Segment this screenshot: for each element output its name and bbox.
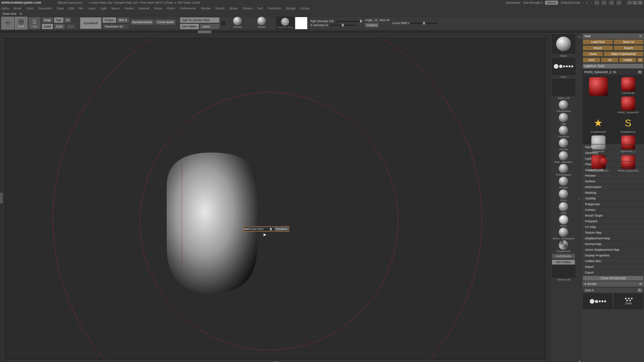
clone-all-subtools-button[interactable]: Clone All SubTools bbox=[583, 276, 644, 281]
brush-claybuildup[interactable]: ClayBuildup bbox=[552, 100, 575, 113]
menu-stencil[interactable]: Stencil bbox=[215, 7, 224, 10]
r-toggle[interactable]: R bbox=[638, 70, 642, 74]
goz-visible-button[interactable]: Visible bbox=[619, 57, 637, 63]
menu-material[interactable]: Material bbox=[139, 7, 149, 10]
gutter-handle-icon[interactable]: ▪ bbox=[579, 197, 580, 200]
section-polygroups[interactable]: Polygroups bbox=[582, 201, 644, 207]
menu-picker[interactable]: Picker bbox=[167, 7, 175, 10]
titlebar-icon-3[interactable] bbox=[609, 1, 614, 5]
backfacemask-button[interactable]: BackfaceMask bbox=[130, 19, 155, 25]
current-brush-slot[interactable] bbox=[552, 34, 575, 54]
left-tray-handle[interactable] bbox=[0, 193, 3, 203]
section-texture-map[interactable]: Texture Map bbox=[582, 230, 644, 235]
stroke-refresh-icon[interactable]: ⟳ bbox=[639, 282, 642, 286]
stroke-thumb-1[interactable] bbox=[583, 293, 612, 309]
menu-zplugin[interactable]: Zplugin bbox=[286, 7, 296, 10]
viewport[interactable]: 634 Draw Size Dynamic ➤ bbox=[5, 38, 545, 360]
menu-macro[interactable]: Macro bbox=[111, 7, 120, 10]
export-button[interactable]: Export bbox=[613, 45, 644, 51]
menu-color[interactable]: Color bbox=[26, 7, 34, 10]
section-geometry[interactable]: Geometry bbox=[582, 150, 644, 156]
menu-marker[interactable]: Marker bbox=[124, 7, 134, 10]
sculpt-mode-icon[interactable] bbox=[1, 17, 14, 29]
dynamesh-button[interactable]: DynaMesh bbox=[80, 17, 102, 29]
brush-clay[interactable]: Clay bbox=[552, 113, 575, 125]
texture-slot[interactable] bbox=[552, 265, 575, 278]
titlebar-icon-1[interactable] bbox=[594, 1, 599, 5]
gravity-sphere[interactable]: Gravity bbox=[231, 17, 244, 29]
section-visibility[interactable]: Visibility bbox=[582, 195, 644, 201]
titlebar-icon-4[interactable] bbox=[616, 1, 621, 5]
close-icon[interactable]: ✕ bbox=[638, 1, 643, 5]
del-hidden-button[interactable]: Del Hidden bbox=[180, 23, 200, 29]
pager-left-icon[interactable]: ‹ bbox=[583, 1, 584, 4]
delhidden-button-side[interactable]: Del Hidden bbox=[552, 259, 575, 265]
goz-r-button[interactable]: R bbox=[637, 57, 644, 63]
stroke-thumb-2[interactable]: Dots bbox=[614, 293, 643, 309]
split-similar-button[interactable]: Split To Similar Parts bbox=[180, 17, 220, 23]
elastic-sphere[interactable]: Elastic bbox=[255, 17, 268, 29]
zadd-button[interactable]: Zadd bbox=[42, 23, 53, 29]
section-export[interactable]: Export bbox=[582, 269, 644, 275]
load-tool-button[interactable]: Load Tool bbox=[583, 39, 613, 45]
brush-move_topological[interactable]: Move_Topological bbox=[552, 228, 575, 240]
menu-file[interactable]: File bbox=[78, 7, 84, 10]
blur-button[interactable]: Blur 8 bbox=[117, 17, 129, 23]
brush-dam_standard[interactable]: Dam_Standard bbox=[552, 151, 575, 164]
menu-edit[interactable]: Edit bbox=[68, 7, 74, 10]
resolution-slider[interactable]: Resolution 64 bbox=[102, 23, 129, 29]
section-unified-skin[interactable]: Unified Skin bbox=[582, 258, 644, 264]
stroke-dots-slot[interactable] bbox=[552, 58, 575, 75]
focal-shift-slider[interactable] bbox=[411, 23, 437, 24]
menu-render[interactable]: Render bbox=[201, 7, 211, 10]
section-normal-map[interactable]: Normal Map bbox=[582, 241, 644, 247]
section-display-properties[interactable]: Display Properties bbox=[582, 252, 644, 258]
stroke-panel-header[interactable]: ◂ Stroke ⟳ bbox=[582, 281, 644, 287]
menu-tool[interactable]: Tool bbox=[257, 7, 263, 10]
section-surface[interactable]: Surface bbox=[582, 178, 644, 184]
dynamic-button[interactable]: Dynamic bbox=[275, 227, 288, 231]
import-button[interactable]: Import bbox=[583, 45, 613, 51]
material-picker[interactable]: MatCap Gray bbox=[276, 17, 294, 29]
tool-swatch-1[interactable]: Cylinder3D bbox=[614, 77, 642, 95]
section-subtool[interactable]: SubTool bbox=[582, 144, 644, 150]
lasso-button[interactable]: Lasso bbox=[200, 23, 220, 29]
tool-swatch-3[interactable]: ★PolyMesh3D bbox=[584, 116, 612, 133]
menu-preferences[interactable]: Preferences bbox=[180, 7, 196, 10]
menu-movie[interactable]: Movie bbox=[154, 7, 162, 10]
brush-hpolish[interactable]: hPolish bbox=[552, 177, 575, 189]
panel-close-icon[interactable]: ⟳ bbox=[639, 35, 642, 38]
zsub-button[interactable]: Zsub bbox=[54, 23, 65, 29]
lightbox-tools-button[interactable]: Lightbox› Tools bbox=[583, 63, 644, 69]
menu-transform[interactable]: Transform bbox=[267, 7, 281, 10]
section-displacement-map[interactable]: Displacement Map bbox=[582, 235, 644, 241]
project-button[interactable]: Project bbox=[102, 17, 116, 23]
tool-swatch-0[interactable] bbox=[584, 77, 612, 114]
tool-panel-header[interactable]: Tool ⟳ bbox=[582, 34, 644, 39]
pager-right-icon[interactable]: › bbox=[591, 1, 592, 4]
save-as-button[interactable]: Save As bbox=[613, 39, 644, 45]
mrgb-button[interactable]: Mrgb bbox=[42, 17, 53, 23]
local-mode-icon[interactable]: Local bbox=[15, 17, 28, 29]
z-intensity-slider[interactable] bbox=[330, 25, 357, 26]
brush-gravity[interactable]: Gravity bbox=[552, 138, 575, 151]
menu-document[interactable]: Document bbox=[38, 7, 52, 10]
gutter-arrow-icon[interactable]: ◂ bbox=[579, 35, 580, 38]
menus-button[interactable]: Menus bbox=[545, 1, 558, 5]
section-vector-displacement-map[interactable]: Vector Displacement Map bbox=[582, 247, 644, 252]
stroke-r-button[interactable]: R bbox=[636, 288, 643, 293]
titlebar-icon-2[interactable] bbox=[602, 1, 606, 5]
alpha-slot[interactable] bbox=[552, 79, 575, 96]
seethrough-slider[interactable]: See-through 0 bbox=[523, 1, 542, 4]
symmetry-icon[interactable]: LSym bbox=[28, 17, 41, 29]
defaultscript-button[interactable]: DefaultZScript bbox=[561, 1, 580, 4]
clone-button[interactable]: Clone bbox=[583, 51, 603, 57]
minimize-icon[interactable]: – bbox=[627, 1, 632, 5]
goz-button[interactable]: GoZ bbox=[583, 57, 600, 63]
menu-layer[interactable]: Layer bbox=[88, 7, 96, 10]
bottom-tray-handle[interactable]: ◂▪▸ bbox=[5, 360, 545, 362]
square-toggle[interactable] bbox=[220, 20, 226, 26]
menu-draw[interactable]: Draw bbox=[57, 7, 64, 10]
menu-zscript[interactable]: Zscript bbox=[301, 7, 310, 10]
m-button[interactable]: M bbox=[64, 17, 71, 23]
